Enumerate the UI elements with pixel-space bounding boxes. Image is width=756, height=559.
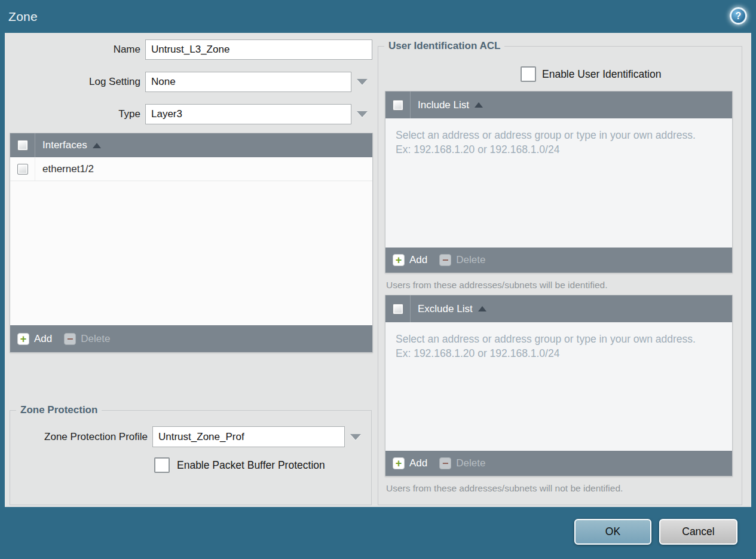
include-list-header[interactable]: Include List xyxy=(385,91,732,118)
cancel-button[interactable]: Cancel xyxy=(659,519,737,545)
zone-dialog: Zone ? Name Log Setting None Type Layer3… xyxy=(0,0,756,559)
zone-protection-profile-dropdown-button[interactable] xyxy=(345,426,366,447)
include-delete-button[interactable]: − Delete xyxy=(439,254,485,266)
chevron-down-icon xyxy=(357,79,368,85)
delete-icon: − xyxy=(64,333,76,345)
delete-icon: − xyxy=(439,457,451,469)
interfaces-header-checkbox-cell xyxy=(10,133,35,157)
delete-button-label: Delete xyxy=(456,254,485,266)
include-header-checkbox-cell xyxy=(385,91,411,118)
include-list-placeholder: Select an address or address group or ty… xyxy=(385,118,732,157)
add-button-label: Add xyxy=(409,457,427,469)
ok-button[interactable]: OK xyxy=(574,519,651,545)
packet-buffer-protection-label: Enable Packet Buffer Protection xyxy=(177,457,325,473)
exclude-select-all-checkbox[interactable] xyxy=(393,304,403,314)
type-label: Type xyxy=(36,104,140,124)
interfaces-delete-button[interactable]: − Delete xyxy=(64,333,110,345)
help-icon-glyph: ? xyxy=(736,11,742,22)
dialog-titlebar: Zone xyxy=(0,0,756,33)
log-setting-dropdown-button[interactable] xyxy=(351,72,372,92)
interface-row-checkbox-cell xyxy=(10,157,35,181)
interface-row-checkbox[interactable] xyxy=(17,164,28,175)
interfaces-table-empty-area xyxy=(10,181,372,325)
enable-user-identification-checkbox[interactable] xyxy=(521,66,536,82)
exclude-list-placeholder: Select an address or address group or ty… xyxy=(385,322,732,361)
include-list-table: Include List Select an address or addres… xyxy=(385,91,733,273)
help-icon[interactable]: ? xyxy=(730,7,747,25)
include-list-toolbar: + Add − Delete xyxy=(385,248,732,273)
include-select-all-checkbox[interactable] xyxy=(393,100,403,111)
zone-protection-profile-label: Zone Protection Profile xyxy=(18,426,148,447)
name-input[interactable] xyxy=(145,39,372,60)
enable-user-identification-label: Enable User Identification xyxy=(542,66,661,82)
chevron-down-icon xyxy=(357,111,368,117)
type-dropdown-button[interactable] xyxy=(351,104,372,124)
zone-protection-profile-select[interactable]: Untrust_Zone_Prof xyxy=(152,426,345,447)
interfaces-toolbar: + Add − Delete xyxy=(10,325,372,352)
packet-buffer-protection-checkbox[interactable] xyxy=(154,457,170,473)
exclude-header-checkbox-cell xyxy=(385,295,411,322)
exclude-delete-button[interactable]: − Delete xyxy=(439,457,485,469)
sort-ascending-icon xyxy=(478,306,486,311)
exclude-list-column-header: Exclude List xyxy=(418,303,473,315)
exclude-list-table: Exclude List Select an address or addres… xyxy=(385,295,733,476)
interfaces-column-header: Interfaces xyxy=(42,139,87,151)
select-all-checkbox[interactable] xyxy=(17,140,28,151)
exclude-list-toolbar: + Add − Delete xyxy=(385,451,732,476)
user-identification-acl-legend: User Identification ACL xyxy=(384,40,504,52)
add-icon: + xyxy=(393,457,405,469)
exclude-list-header[interactable]: Exclude List xyxy=(385,295,732,322)
chevron-down-icon xyxy=(350,434,361,440)
interfaces-add-button[interactable]: + Add xyxy=(17,333,52,345)
zone-protection-legend: Zone Protection xyxy=(16,404,102,416)
dialog-title: Zone xyxy=(8,10,38,24)
delete-button-label: Delete xyxy=(81,333,110,345)
name-label: Name xyxy=(36,39,140,60)
delete-button-label: Delete xyxy=(456,457,485,469)
add-button-label: Add xyxy=(409,254,427,266)
add-button-label: Add xyxy=(34,333,52,345)
interfaces-table: Interfaces ethernet1/2 + Add − Delete xyxy=(10,133,373,353)
log-setting-label: Log Setting xyxy=(36,72,140,92)
include-list-body: Select an address or address group or ty… xyxy=(385,118,732,248)
exclude-add-button[interactable]: + Add xyxy=(393,457,427,469)
include-list-caption: Users from these addresses/subnets will … xyxy=(386,280,607,291)
interfaces-table-header[interactable]: Interfaces xyxy=(10,133,372,157)
add-icon: + xyxy=(17,333,29,345)
include-add-button[interactable]: + Add xyxy=(393,254,427,266)
type-select[interactable]: Layer3 xyxy=(145,104,351,124)
delete-icon: − xyxy=(439,254,451,266)
add-icon: + xyxy=(393,254,405,266)
interface-name: ethernet1/2 xyxy=(42,163,94,175)
include-list-column-header: Include List xyxy=(418,99,469,111)
sort-ascending-icon xyxy=(93,143,101,148)
sort-ascending-icon xyxy=(475,102,483,108)
exclude-list-body: Select an address or address group or ty… xyxy=(385,322,732,451)
interface-row[interactable]: ethernet1/2 xyxy=(10,157,372,181)
exclude-list-caption: Users from these addresses/subnets will … xyxy=(386,483,623,494)
log-setting-select[interactable]: None xyxy=(145,72,351,92)
